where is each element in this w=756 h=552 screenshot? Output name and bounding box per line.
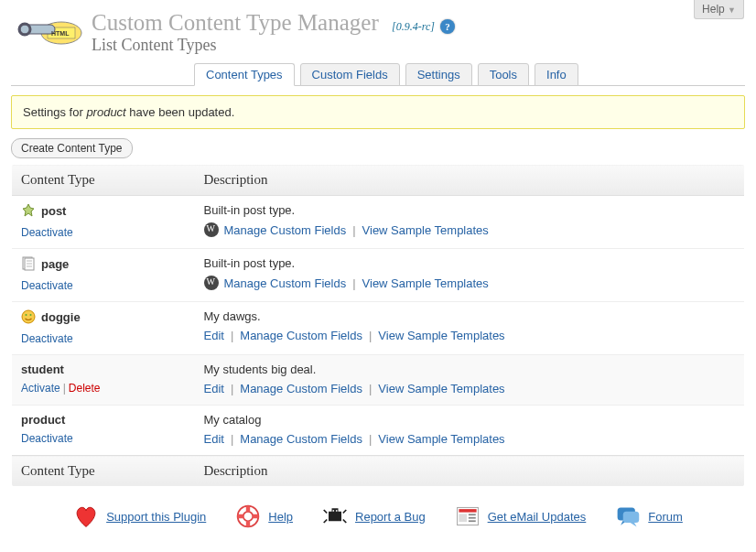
- svg-rect-24: [459, 509, 476, 513]
- main-tabs: Content TypesCustom FieldsSettingsToolsI…: [11, 60, 745, 86]
- manage-custom-fields-link[interactable]: Manage Custom Fields: [240, 329, 362, 342]
- edit-link[interactable]: Edit: [204, 382, 224, 395]
- table-row: studentActivate|DeleteMy students big de…: [12, 355, 745, 406]
- view-sample-templates-link[interactable]: View Sample Templates: [378, 382, 504, 395]
- content-type-description: My students big deal.: [204, 363, 736, 376]
- row-actions: Deactivate: [21, 226, 186, 239]
- tab-info[interactable]: Info: [535, 63, 578, 86]
- app-title-text: Custom Content Type Manager: [92, 10, 379, 35]
- wordpress-icon: [204, 276, 219, 290]
- row-actions: Deactivate: [21, 279, 186, 292]
- page-icon: [21, 256, 36, 271]
- row-actions: Activate|Delete: [21, 382, 186, 395]
- footer-bug-link[interactable]: Report a Bug: [322, 503, 426, 529]
- svg-point-22: [336, 510, 338, 512]
- content-type-name: post: [21, 203, 66, 218]
- row-actions: Deactivate: [21, 332, 186, 345]
- column-header-desc: Description: [195, 165, 745, 196]
- pin-icon: [21, 203, 36, 218]
- delete-link[interactable]: Delete: [69, 382, 101, 395]
- svg-point-14: [243, 512, 254, 522]
- manage-custom-fields-link[interactable]: Manage Custom Fields: [224, 276, 347, 290]
- column-header-name: Content Type: [12, 165, 195, 196]
- news-icon: [455, 503, 481, 529]
- content-type-name: product: [21, 413, 65, 427]
- notice-prefix: Settings for: [23, 105, 86, 119]
- svg-rect-30: [623, 512, 640, 523]
- column-footer-name: Content Type: [12, 456, 195, 487]
- notice-em: product: [86, 105, 125, 119]
- deactivate-link[interactable]: Deactivate: [21, 279, 73, 292]
- view-sample-templates-link[interactable]: View Sample Templates: [378, 432, 504, 446]
- help-screen-tab-label: Help: [702, 3, 725, 16]
- footer-heart-link[interactable]: Support this Plugin: [73, 503, 206, 529]
- svg-rect-2: [20, 25, 55, 34]
- tab-tools[interactable]: Tools: [478, 63, 529, 86]
- footer-lifebuoy-link[interactable]: Help: [235, 503, 293, 529]
- footer-link-label: Get eMail Updates: [488, 510, 587, 524]
- plugin-logo: HTML: [11, 11, 82, 55]
- tab-custom-fields[interactable]: Custom Fields: [300, 63, 400, 86]
- page-header: HTML Custom Content Type Manager [0.9.4-…: [11, 0, 745, 55]
- create-content-type-button[interactable]: Create Content Type: [11, 138, 133, 158]
- svg-line-17: [324, 510, 328, 514]
- svg-line-18: [343, 510, 347, 514]
- app-title: Custom Content Type Manager [0.9.4-rc] ?: [92, 11, 745, 34]
- lifebuoy-icon: [235, 503, 261, 529]
- description-actions: Edit|Manage Custom Fields|View Sample Te…: [204, 329, 736, 342]
- table-row: doggieDeactivateMy dawgs.Edit|Manage Cus…: [12, 302, 745, 355]
- edit-link[interactable]: Edit: [204, 432, 224, 446]
- footer-link-label: Help: [268, 510, 293, 524]
- footer-news-link[interactable]: Get eMail Updates: [455, 503, 587, 529]
- footer-link-label: Report a Bug: [355, 510, 426, 524]
- footer-chat-link[interactable]: Forum: [615, 503, 683, 529]
- edit-link[interactable]: Edit: [204, 329, 224, 342]
- svg-line-19: [324, 520, 328, 524]
- content-type-name: doggie: [21, 309, 81, 324]
- table-row: pageDeactivateBuilt-in post type.Manage …: [12, 249, 745, 302]
- heart-icon: [73, 503, 99, 529]
- view-sample-templates-link[interactable]: View Sample Templates: [378, 329, 504, 342]
- deactivate-link[interactable]: Deactivate: [21, 226, 73, 239]
- deactivate-link[interactable]: Deactivate: [21, 332, 73, 345]
- svg-point-21: [332, 510, 334, 512]
- svg-point-11: [26, 314, 27, 316]
- view-sample-templates-link[interactable]: View Sample Templates: [362, 223, 489, 237]
- content-types-table: Content Type Description postDeactivateB…: [11, 164, 745, 487]
- help-screen-tab[interactable]: Help: [694, 0, 744, 19]
- content-type-description: Built-in post type.: [204, 203, 736, 217]
- svg-point-12: [30, 314, 32, 316]
- chat-icon: [615, 503, 641, 529]
- svg-line-20: [343, 520, 347, 524]
- row-actions: Deactivate: [21, 432, 186, 445]
- footer-links: Support this Plugin Help Report a Bug Ge…: [11, 487, 745, 540]
- manage-custom-fields-link[interactable]: Manage Custom Fields: [224, 223, 347, 237]
- content-type-description: My catalog: [204, 413, 736, 427]
- tab-content-types[interactable]: Content Types: [194, 63, 295, 86]
- activate-link[interactable]: Activate: [21, 382, 60, 395]
- content-type-description: Built-in post type.: [204, 256, 736, 270]
- column-footer-desc: Description: [195, 456, 745, 487]
- tab-settings[interactable]: Settings: [405, 63, 472, 86]
- page-subtitle: List Content Types: [92, 36, 745, 55]
- help-icon[interactable]: ?: [440, 19, 455, 34]
- description-actions: Manage Custom Fields|View Sample Templat…: [204, 222, 736, 237]
- footer-link-label: Forum: [648, 510, 683, 524]
- bug-icon: [322, 503, 348, 529]
- wordpress-icon: [204, 222, 219, 237]
- description-actions: Manage Custom Fields|View Sample Templat…: [204, 276, 736, 290]
- description-actions: Edit|Manage Custom Fields|View Sample Te…: [204, 432, 736, 446]
- content-type-name: student: [21, 363, 64, 376]
- view-sample-templates-link[interactable]: View Sample Templates: [362, 276, 489, 290]
- table-row: postDeactivateBuilt-in post type.Manage …: [12, 196, 745, 249]
- smiley-icon: [21, 309, 36, 324]
- svg-text:HTML: HTML: [51, 30, 70, 37]
- notice-suffix: have been updated.: [126, 105, 235, 119]
- description-actions: Edit|Manage Custom Fields|View Sample Te…: [204, 382, 736, 395]
- manage-custom-fields-link[interactable]: Manage Custom Fields: [240, 432, 362, 446]
- deactivate-link[interactable]: Deactivate: [21, 432, 73, 445]
- footer-link-label: Support this Plugin: [106, 510, 206, 524]
- svg-point-10: [22, 310, 35, 323]
- manage-custom-fields-link[interactable]: Manage Custom Fields: [240, 382, 362, 395]
- update-notice: Settings for product have been updated.: [11, 95, 745, 129]
